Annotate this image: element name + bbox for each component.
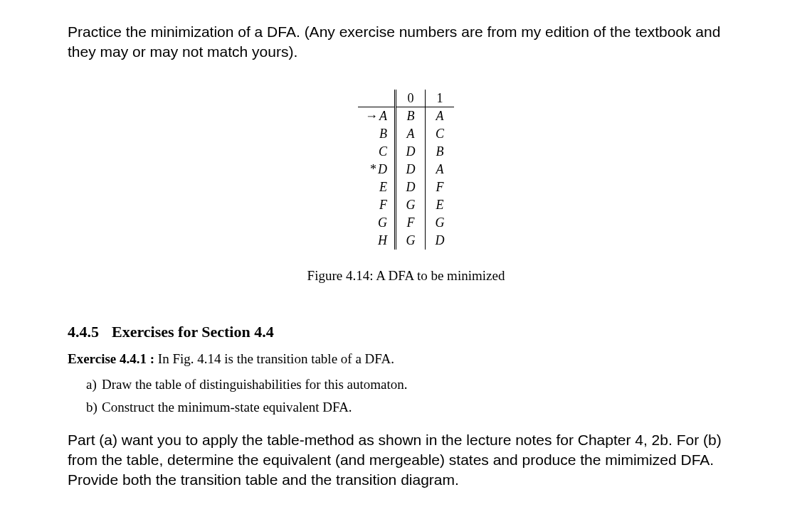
list-item: a)Draw the table of distinguishabilities… bbox=[86, 377, 744, 392]
item-marker: a) bbox=[86, 377, 102, 392]
table-row: G F G bbox=[358, 214, 454, 232]
state-cell: D bbox=[378, 162, 387, 176]
final-marker: * bbox=[370, 162, 378, 176]
table-row: B A C bbox=[358, 125, 454, 143]
cell: A bbox=[396, 125, 426, 143]
transition-table-wrapper: 0 1 →A B A B A C C D B *D D A bbox=[68, 90, 744, 250]
state-cell: G bbox=[378, 215, 387, 230]
table-row: →A B A bbox=[358, 107, 454, 125]
cell: E bbox=[426, 196, 455, 214]
closing-paragraph: Part (a) want you to apply the table-met… bbox=[68, 430, 744, 491]
document-page: Practice the minimization of a DFA. (Any… bbox=[0, 0, 812, 491]
start-marker: → bbox=[365, 109, 379, 123]
cell: D bbox=[396, 178, 426, 196]
list-item: b)Construct the minimum-state equivalent… bbox=[86, 400, 744, 415]
table-row: *D D A bbox=[358, 161, 454, 178]
table-row: F G E bbox=[358, 196, 454, 214]
state-cell: E bbox=[379, 180, 387, 194]
table-row: H G D bbox=[358, 232, 454, 250]
state-cell: A bbox=[379, 109, 387, 123]
item-text: Construct the minimum-state equivalent D… bbox=[102, 400, 352, 415]
figure-caption: Figure 4.14: A DFA to be minimized bbox=[68, 268, 744, 284]
table-row: E D F bbox=[358, 178, 454, 196]
exercise-text: In Fig. 4.14 is the transition table of … bbox=[154, 351, 394, 366]
col-header-0: 0 bbox=[396, 90, 426, 107]
cell: G bbox=[396, 232, 426, 250]
cell: D bbox=[396, 161, 426, 178]
state-cell: C bbox=[379, 144, 387, 159]
cell: D bbox=[426, 232, 455, 250]
cell: C bbox=[426, 125, 455, 143]
cell: B bbox=[396, 107, 426, 125]
exercise-list: a)Draw the table of distinguishabilities… bbox=[68, 377, 744, 415]
cell: F bbox=[426, 178, 455, 196]
exercise-label: Exercise 4.4.1 : bbox=[68, 351, 154, 366]
intro-paragraph: Practice the minimization of a DFA. (Any… bbox=[68, 22, 744, 63]
section-title: Exercises for Section 4.4 bbox=[112, 323, 274, 341]
state-cell: H bbox=[378, 233, 387, 247]
cell: G bbox=[426, 214, 455, 232]
col-header-1: 1 bbox=[426, 90, 455, 107]
section-heading: 4.4.5Exercises for Section 4.4 bbox=[68, 323, 744, 341]
state-cell: F bbox=[379, 198, 387, 212]
transition-table: 0 1 →A B A B A C C D B *D D A bbox=[358, 90, 454, 250]
section-number: 4.4.5 bbox=[68, 323, 99, 341]
cell: B bbox=[426, 143, 455, 161]
cell: A bbox=[426, 107, 455, 125]
table-row: C D B bbox=[358, 143, 454, 161]
cell: F bbox=[396, 214, 426, 232]
state-cell: B bbox=[379, 127, 387, 141]
item-marker: b) bbox=[86, 400, 102, 415]
cell: D bbox=[396, 143, 426, 161]
cell: A bbox=[426, 161, 455, 178]
exercise-intro: Exercise 4.4.1 : In Fig. 4.14 is the tra… bbox=[68, 351, 744, 367]
item-text: Draw the table of distinguishabilities f… bbox=[102, 377, 408, 392]
cell: G bbox=[396, 196, 426, 214]
